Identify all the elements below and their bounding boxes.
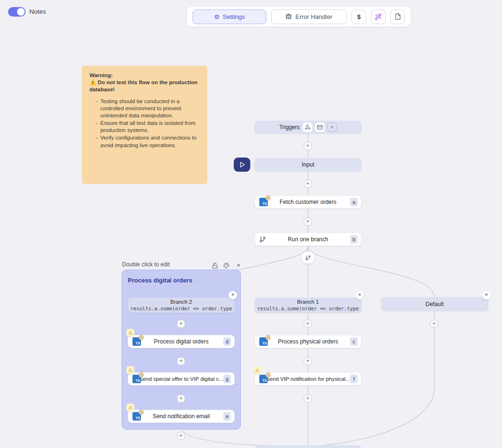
notes-toggle[interactable] [8,7,26,17]
branch2-close-button[interactable]: × [229,291,237,299]
default-branch-title: Default [425,301,443,307]
branch2-header[interactable]: Branch 2 results.a.some(order => order.t… [128,298,235,313]
emoji-badge-icon: ☺ [265,335,271,340]
step-label: Send VIP notification for physical... [266,376,350,382]
branch1-close-button[interactable]: × [355,291,364,299]
step-send-notification-email[interactable]: TS ☺ Send notification email e [128,410,235,423]
branch-group-box[interactable] [122,270,241,430]
error-handler-button[interactable]: Error Handler [271,9,347,24]
typescript-icon: TS ☺ [132,412,141,421]
step-label: Send special offer to VIP digital c... [139,376,223,382]
typescript-icon: TS ☺ [259,198,268,206]
default-branch-header[interactable]: Default [381,297,488,311]
step-label: Process digital orders [154,338,208,345]
warning-badge-icon: ⚠ [253,366,261,374]
add-trigger-button[interactable]: + [327,123,337,132]
add-step-button[interactable]: + [304,180,312,188]
error-handler-label: Error Handler [295,13,332,20]
add-step-button[interactable]: + [304,395,312,403]
step-send-vip-notification[interactable]: TS ☺ Send VIP notification for physical.… [255,372,361,386]
add-step-button[interactable]: + [177,357,185,365]
step-id-badge: d [223,337,231,346]
play-icon [239,161,246,168]
emoji-badge-icon: ☺ [139,372,144,378]
emoji-badge-icon: ☺ [265,372,271,378]
triggers-label: Triggers [279,124,300,131]
run-flow-button[interactable] [234,158,250,172]
dollar-icon: $ [357,13,361,20]
warning-badge-icon: ⚠ [126,404,134,412]
flow-canvas[interactable]: Notes ⚙ Settings Error Handler $ War [0,0,502,448]
notes-label: Notes [29,8,46,15]
branch-split-icon[interactable] [302,252,314,264]
typescript-icon: TS ☺ [132,337,141,346]
warning-badge-icon: ⚠ [126,329,134,337]
triggers-node[interactable]: Triggers + [255,121,361,133]
input-node[interactable]: Input [255,158,361,171]
warning-badge-icon: ⚠ [126,366,134,374]
input-label: Input [302,161,315,168]
palette-icon[interactable] [222,262,230,269]
document-icon [395,13,401,20]
bug-icon [285,13,292,20]
email-trigger-icon[interactable] [315,123,325,132]
add-step-button[interactable]: + [177,432,185,440]
emoji-badge-icon: ☺ [139,410,144,415]
add-step-button[interactable]: + [430,320,438,328]
note-list-item: Ensure that all test data is isolated fr… [96,120,200,134]
step-id-badge: c [350,337,358,346]
note-title: Warning: [89,72,200,79]
emoji-badge-icon: ☺ [265,195,271,201]
add-step-button[interactable]: + [304,142,312,150]
note-alert-text: Do not test this flow on the production … [89,79,197,92]
flow-edges [0,0,502,448]
close-glyph: × [237,262,240,269]
dollar-button[interactable]: $ [352,9,366,24]
branch2-condition: results.a.some(order => order.type [131,306,232,311]
warning-note[interactable]: Warning: ⚠️ Do not test this flow on the… [82,66,207,184]
step-id-badge: b [350,235,358,244]
group-edit-hint: Double click to edit [122,261,170,268]
add-step-button[interactable]: + [304,357,312,365]
settings-button-label: Settings [223,13,245,20]
step-label: Process physical orders [278,338,338,345]
step-fetch-customer-orders[interactable]: TS ☺ Fetch customer orders a [255,195,361,209]
default-branch-close-button[interactable]: × [482,291,491,299]
add-step-button[interactable]: + [177,320,185,328]
magic-wand-icon [375,13,382,20]
step-label: Send notification email [153,413,210,420]
git-branch-icon [259,236,266,243]
step-process-digital-orders[interactable]: TS ☺ Process digital orders d [128,335,235,348]
webhook-icon[interactable] [303,123,312,132]
step-id-badge: f [350,375,358,383]
document-button[interactable] [390,9,405,24]
step-id-badge: e [223,412,231,421]
step-label: Fetch customer orders [280,199,336,205]
typescript-icon: TS ☺ [259,337,268,346]
note-list-item: Verify configurations and connections to… [96,134,200,149]
step-send-special-offer[interactable]: TS ☺ Send special offer to VIP digital c… [128,372,235,386]
emoji-badge-icon: ☺ [139,335,144,340]
merge-node[interactable] [255,445,361,448]
add-step-button[interactable]: + [177,395,185,403]
gear-icon: ⚙ [214,14,220,20]
unlock-icon[interactable] [211,262,219,269]
ai-wand-button[interactable] [371,9,386,24]
add-step-button[interactable]: + [304,218,312,226]
branch1-header[interactable]: Branch 1 results.a.some(order => order.t… [255,298,361,313]
group-close-icon[interactable]: × [235,261,242,269]
toolbar: ⚙ Settings Error Handler $ [186,6,411,27]
warning-emoji-icon: ⚠️ [89,79,96,85]
step-run-one-branch[interactable]: Run one branch b [255,233,361,246]
note-list: Testing should be conducted in a control… [89,98,200,149]
typescript-icon: TS ☺ [259,375,268,383]
step-process-physical-orders[interactable]: TS ☺ Process physical orders c [255,335,361,348]
step-label: Run one branch [288,236,328,243]
typescript-icon: TS ☺ [132,375,141,383]
note-list-item: Testing should be conducted in a control… [96,98,200,120]
add-step-button[interactable]: + [304,320,312,328]
branch1-title: Branch 1 [297,299,319,306]
settings-button[interactable]: ⚙ Settings [193,9,266,24]
branch2-title: Branch 2 [170,299,192,306]
branch1-condition: results.a.some(order => order.type [257,306,359,311]
